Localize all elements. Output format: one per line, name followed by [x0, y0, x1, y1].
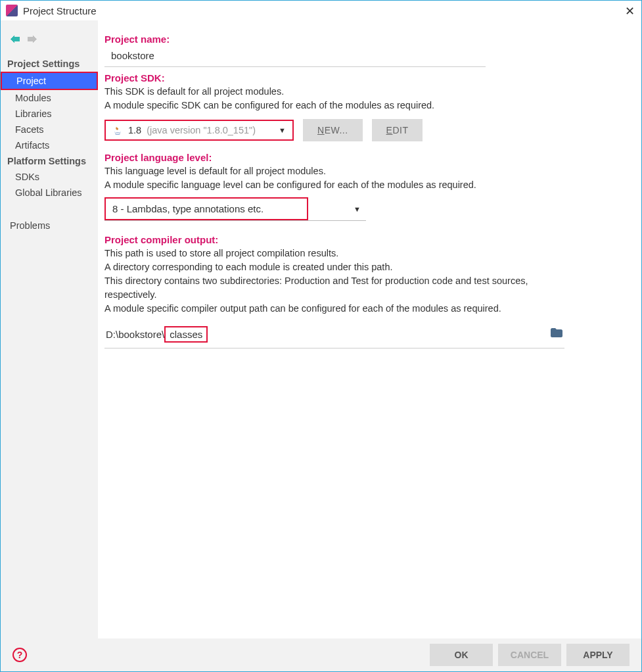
- edit-sdk-button[interactable]: EDIT: [372, 119, 423, 141]
- sdk-desc-line2: A module specific SDK can be configured …: [104, 99, 551, 112]
- chevron-down-icon: ▼: [354, 205, 366, 213]
- sidebar-item-facets[interactable]: Facets: [1, 122, 98, 137]
- chevron-down-icon: ▼: [279, 126, 286, 134]
- sidebar-item-problems[interactable]: Problems: [1, 218, 98, 233]
- sdk-desc-line1: This SDK is default for all project modu…: [104, 85, 551, 99]
- compiler-output-label: Project compiler output:: [104, 234, 626, 245]
- project-name-input[interactable]: bookstore: [104, 46, 486, 67]
- sidebar-item-modules[interactable]: Modules: [1, 90, 98, 106]
- sidebar: 🡄 🡆 Project Settings Project Modules Lib…: [1, 20, 98, 638]
- sdk-value-main: 1.8: [128, 125, 141, 135]
- out-path-prefix: D:\bookstore\: [106, 329, 164, 340]
- content-panel: Project name: bookstore Project SDK: Thi…: [98, 20, 641, 638]
- close-icon[interactable]: ✕: [625, 4, 635, 18]
- out-desc-line1: This path is used to store all project c…: [104, 247, 551, 260]
- window-title: Project Structure: [23, 5, 97, 16]
- sdk-value-grey: (java version "1.8.0_151"): [147, 125, 256, 135]
- lang-desc-line1: This language level is default for all p…: [104, 164, 551, 178]
- language-level-select[interactable]: 8 - Lambdas, type annotations etc. ▼: [104, 197, 366, 221]
- out-desc-line3: This directory contains two subdirectori…: [104, 274, 551, 302]
- out-path-highlight: classes: [164, 326, 208, 343]
- cancel-button[interactable]: CANCEL: [498, 644, 561, 666]
- language-level-label: Project language level:: [104, 152, 626, 163]
- sidebar-item-artifacts[interactable]: Artifacts: [1, 137, 98, 153]
- sidebar-head-project-settings: Project Settings: [1, 56, 98, 72]
- project-sdk-select[interactable]: 1.8 (java version "1.8.0_151") ▼: [104, 120, 294, 141]
- project-sdk-label: Project SDK:: [104, 72, 626, 84]
- out-desc-line2: A directory corresponding to each module…: [104, 260, 551, 274]
- ok-button[interactable]: OK: [430, 644, 493, 666]
- app-logo-icon: [6, 5, 18, 16]
- footer: ? OK CANCEL APPLY: [1, 638, 641, 671]
- nav-back-icon[interactable]: 🡄: [10, 34, 20, 45]
- new-sdk-button[interactable]: NEW...: [303, 119, 363, 141]
- apply-button[interactable]: APPLY: [566, 644, 630, 666]
- lang-desc-line2: A module specific language level can be …: [104, 178, 551, 192]
- sidebar-item-sdks[interactable]: SDKs: [1, 169, 98, 185]
- sidebar-item-global-libraries[interactable]: Global Libraries: [1, 185, 98, 201]
- nav-forward-icon[interactable]: 🡆: [27, 34, 37, 45]
- sidebar-item-project[interactable]: Project: [1, 72, 98, 90]
- java-icon: [112, 125, 123, 135]
- sidebar-head-platform-settings: Platform Settings: [1, 153, 98, 169]
- sidebar-item-libraries[interactable]: Libraries: [1, 106, 98, 122]
- folder-icon[interactable]: [550, 327, 563, 341]
- out-desc-line4: A module specific compiler output path c…: [104, 302, 551, 316]
- project-name-label: Project name:: [104, 34, 626, 45]
- language-level-value: 8 - Lambdas, type annotations etc.: [104, 197, 308, 220]
- help-icon[interactable]: ?: [12, 648, 27, 662]
- compiler-output-input[interactable]: D:\bookstore\classes: [104, 322, 564, 348]
- titlebar: Project Structure ✕: [1, 1, 641, 20]
